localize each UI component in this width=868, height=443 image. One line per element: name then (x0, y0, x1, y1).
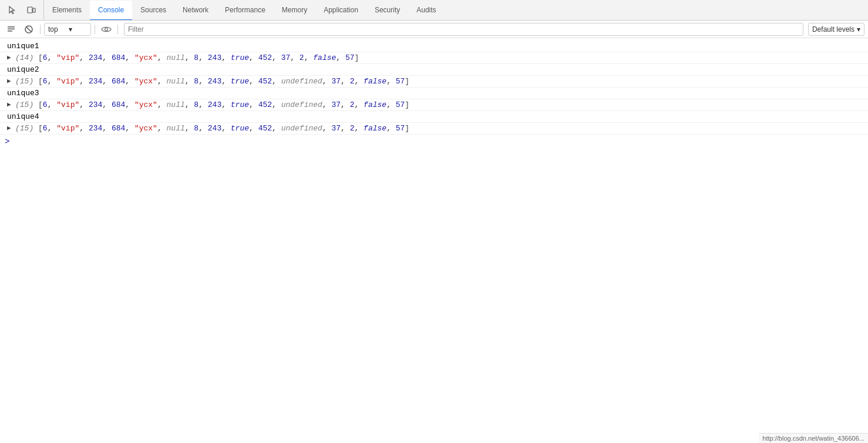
expand-arrow[interactable]: ▶ (7, 100, 13, 108)
filter-input[interactable] (128, 25, 799, 33)
console-output: unique1▶(14) [6, "vip", 234, 684, "ycx",… (0, 38, 868, 151)
expand-arrow[interactable]: ▶ (7, 53, 13, 61)
svg-rect-4 (8, 31, 12, 32)
tab-network[interactable]: Network (174, 1, 217, 21)
expand-arrow[interactable]: ▶ (7, 77, 13, 85)
console-toolbar: top ▾ Default levels ▾ (0, 21, 868, 38)
array-content: (15) [6, "vip", 234, 684, "ycx", null, 8… (15, 100, 863, 109)
svg-rect-3 (8, 28, 15, 29)
console-label-row: unique3 (0, 88, 868, 99)
devtools-icons (0, 0, 44, 20)
tab-security[interactable]: Security (366, 1, 408, 21)
tab-sources[interactable]: Sources (132, 1, 174, 21)
console-label-text: unique1 (7, 42, 863, 51)
filter-input-wrap[interactable] (124, 23, 803, 36)
console-array-row: ▶(14) [6, "vip", 234, 684, "ycx", null, … (0, 52, 868, 64)
cursor-icon[interactable] (5, 2, 20, 18)
svg-rect-0 (28, 7, 32, 13)
expand-arrow[interactable]: ▶ (7, 124, 13, 132)
tab-bar: ElementsConsoleSourcesNetworkPerformance… (0, 0, 868, 21)
levels-selector[interactable]: Default levels ▾ (808, 23, 864, 36)
svg-point-7 (105, 28, 108, 31)
toolbar-divider-2 (95, 25, 95, 34)
levels-arrow: ▾ (857, 25, 860, 33)
console-array-row: ▶(15) [6, "vip", 234, 684, "ycx", null, … (0, 99, 868, 111)
tab-audits[interactable]: Audits (408, 1, 444, 21)
svg-rect-2 (8, 26, 15, 28)
toolbar-divider-3 (117, 25, 118, 34)
console-label-text: unique4 (7, 112, 863, 121)
device-toolbar-icon[interactable] (23, 2, 39, 18)
context-value: top (48, 25, 66, 33)
console-label-row: unique1 (0, 41, 868, 52)
context-arrow: ▾ (69, 25, 87, 33)
array-content: (14) [6, "vip", 234, 684, "ycx", null, 8… (15, 53, 863, 62)
console-label-row: unique2 (0, 64, 868, 76)
tab-performance[interactable]: Performance (217, 1, 274, 21)
tab-list: ElementsConsoleSourcesNetworkPerformance… (44, 0, 445, 20)
svg-rect-1 (33, 8, 35, 12)
console-label-text: unique2 (7, 65, 863, 74)
context-selector[interactable]: top ▾ (44, 23, 91, 36)
console-array-row: ▶(15) [6, "vip", 234, 684, "ycx", null, … (0, 76, 868, 88)
console-cursor-row[interactable]: > (0, 135, 868, 149)
tab-console[interactable]: Console (90, 1, 132, 21)
toolbar-divider-1 (40, 25, 41, 34)
tab-application[interactable]: Application (315, 1, 366, 21)
array-content: (15) [6, "vip", 234, 684, "ycx", null, 8… (15, 77, 863, 86)
clear-console-button[interactable] (4, 22, 19, 36)
svg-line-6 (26, 26, 32, 32)
eye-button[interactable] (99, 22, 114, 36)
tab-elements[interactable]: Elements (44, 1, 90, 21)
tab-memory[interactable]: Memory (274, 1, 315, 21)
console-label-text: unique3 (7, 89, 863, 98)
console-array-row: ▶(15) [6, "vip", 234, 684, "ycx", null, … (0, 123, 868, 135)
block-icon[interactable] (21, 22, 36, 36)
console-label-row: unique4 (0, 111, 868, 123)
array-content: (15) [6, "vip", 234, 684, "ycx", null, 8… (15, 124, 863, 133)
levels-label: Default levels (812, 25, 854, 33)
